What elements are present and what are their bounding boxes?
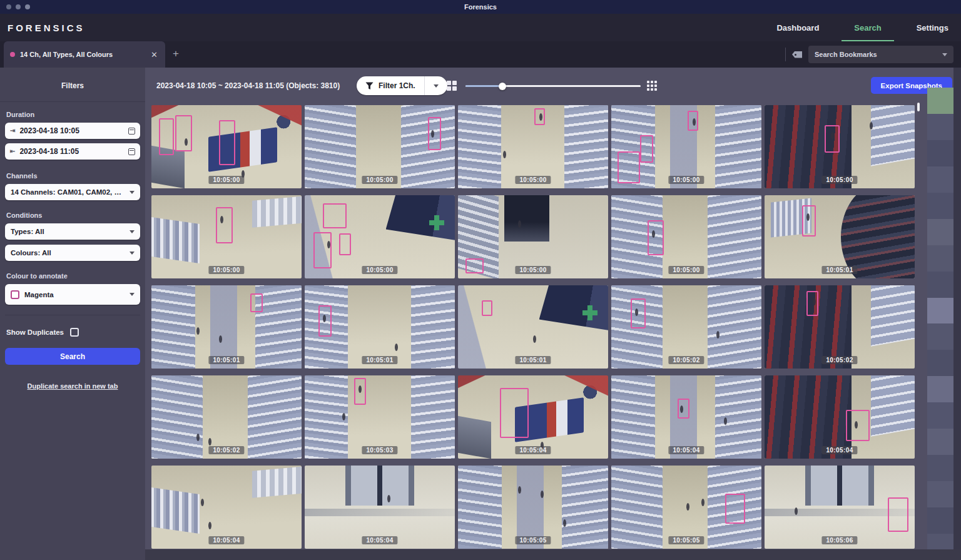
right-edge-panel — [953, 68, 961, 560]
grid-large-icon[interactable] — [647, 81, 657, 91]
timeline-segment[interactable] — [927, 507, 953, 534]
timeline-segment[interactable] — [927, 455, 953, 481]
nav-settings[interactable]: Settings — [913, 14, 952, 41]
snapshot-cell[interactable]: 10:05:04 — [765, 375, 915, 459]
detection-box — [219, 120, 235, 165]
snapshot-cell[interactable]: 10:05:01 — [458, 285, 608, 369]
timeline-segment[interactable] — [927, 298, 953, 324]
thumbnail-size-slider[interactable] — [465, 85, 641, 87]
chevron-down-icon — [130, 293, 135, 296]
nav-search[interactable]: Search — [850, 14, 885, 41]
snapshot-cell[interactable]: 10:05:02 — [765, 285, 915, 369]
timeline-density-strip[interactable] — [927, 88, 953, 560]
timeline-segment[interactable] — [927, 245, 953, 272]
results-toolbar: 2023-04-18 10:05 ~ 2023-04-18 11:05 (Obj… — [145, 68, 961, 104]
timeline-segment[interactable] — [927, 140, 953, 166]
snapshot-cell[interactable]: 10:05:05 — [611, 466, 761, 549]
channel-filter-label: Filter 1Ch. — [379, 81, 415, 90]
timeline-segment[interactable] — [927, 114, 953, 140]
detection-box — [802, 205, 816, 237]
colours-dropdown[interactable]: Colours: All — [5, 245, 140, 261]
snapshot-cell[interactable]: 10:05:04 — [458, 375, 608, 459]
calendar-icon[interactable] — [128, 128, 135, 135]
snapshot-cell[interactable]: 10:05:01 — [765, 195, 915, 278]
snapshot-cell[interactable]: 10:05:02 — [151, 375, 302, 459]
person-figure — [196, 327, 200, 335]
detection-box — [339, 233, 351, 255]
bookmark-tag-icon[interactable] — [792, 51, 802, 58]
snapshot-cell[interactable]: 10:05:04 — [305, 466, 455, 549]
timeline-segment[interactable] — [927, 481, 953, 507]
person-figure — [518, 220, 521, 228]
annotate-colour-label: Colour to annotate — [6, 272, 139, 280]
snapshot-cell[interactable]: 10:05:00 — [151, 195, 302, 278]
channels-value: 14 Channels: CAM01, CAM02, CA... — [11, 188, 125, 196]
grid-small-icon[interactable] — [447, 81, 457, 91]
main-nav: Dashboard Search Settings — [773, 14, 952, 41]
snapshot-cell[interactable]: 10:05:00 — [611, 195, 761, 278]
minimize-window-icon[interactable] — [16, 4, 21, 9]
snapshot-cell[interactable]: 10:05:00 — [305, 195, 455, 278]
timestamp-label: 10:05:00 — [515, 176, 551, 184]
timeline-segment[interactable] — [927, 166, 953, 193]
close-window-icon[interactable] — [6, 4, 11, 9]
snapshot-cell[interactable]: 10:05:00 — [611, 105, 761, 188]
conditions-label: Conditions — [6, 211, 139, 219]
timeline-segment[interactable] — [927, 429, 953, 455]
timeline-segment[interactable] — [927, 193, 953, 219]
snapshot-cell[interactable]: 10:05:04 — [151, 466, 302, 549]
timestamp-label: 10:05:02 — [668, 356, 704, 364]
window-controls[interactable] — [6, 4, 30, 9]
nav-dashboard[interactable]: Dashboard — [773, 14, 823, 41]
timeline-segment[interactable] — [927, 323, 953, 350]
snapshot-cell[interactable]: 10:05:05 — [458, 466, 608, 549]
maximize-window-icon[interactable] — [25, 4, 30, 9]
timestamp-label: 10:05:00 — [362, 266, 397, 274]
duplicate-search-link[interactable]: Duplicate search in new tab — [5, 382, 140, 390]
timeline-segment[interactable] — [927, 350, 953, 376]
annotate-colour-dropdown[interactable]: Magenta — [5, 284, 140, 305]
timestamp-label: 10:05:01 — [821, 266, 857, 274]
types-value: Types: All — [11, 228, 125, 235]
show-duplicates-checkbox[interactable] — [70, 328, 79, 337]
detection-box — [428, 117, 442, 150]
channel-filter-button[interactable]: Filter 1Ch. — [357, 76, 447, 95]
snapshot-cell[interactable]: 10:05:00 — [458, 195, 608, 278]
calendar-icon[interactable] — [128, 148, 135, 155]
search-bookmarks-dropdown[interactable]: Search Bookmarks — [808, 46, 953, 63]
channels-dropdown[interactable]: 14 Channels: CAM01, CAM02, CA... — [5, 184, 140, 200]
snapshot-cell[interactable]: 10:05:01 — [305, 285, 455, 369]
timeline-segment[interactable] — [927, 88, 953, 114]
snapshot-cell[interactable]: 10:05:00 — [765, 105, 915, 188]
detection-box — [888, 497, 909, 532]
scrollbar-thumb[interactable] — [917, 103, 920, 111]
search-button[interactable]: Search — [5, 348, 140, 365]
slider-thumb[interactable] — [499, 83, 506, 90]
person-figure — [208, 522, 211, 529]
filter-chevron-button[interactable] — [425, 76, 447, 95]
timeline-segment[interactable] — [927, 272, 953, 298]
close-tab-icon[interactable]: ✕ — [150, 50, 159, 59]
timeline-segment[interactable] — [927, 402, 953, 429]
timeline-segment[interactable] — [927, 376, 953, 402]
start-time-input[interactable]: ⇥ 2023-04-18 10:05 — [5, 123, 140, 139]
forensics-app: Forensics FORENSICS Dashboard Search Set… — [0, 0, 961, 560]
detection-box — [846, 410, 870, 442]
timestamp-label: 10:05:01 — [208, 356, 244, 364]
snapshot-cell[interactable]: 10:05:00 — [151, 105, 302, 188]
types-dropdown[interactable]: Types: All — [5, 223, 140, 240]
new-tab-icon[interactable]: + — [173, 48, 179, 60]
snapshot-cell[interactable]: 10:05:00 — [305, 105, 455, 188]
snapshot-cell[interactable]: 10:05:00 — [458, 105, 608, 188]
snapshot-cell[interactable]: 10:05:04 — [611, 375, 761, 459]
snapshot-cell[interactable]: 10:05:02 — [611, 285, 761, 369]
end-time-input[interactable]: ⇤ 2023-04-18 11:05 — [5, 143, 140, 160]
search-tab[interactable]: 14 Ch, All Types, All Colours ✕ — [4, 41, 165, 68]
snapshot-cell[interactable]: 10:05:06 — [765, 466, 915, 549]
timeline-segment[interactable] — [927, 219, 953, 245]
detection-box — [806, 291, 818, 316]
person-figure — [533, 335, 536, 343]
timestamp-label: 10:05:00 — [821, 176, 857, 184]
snapshot-cell[interactable]: 10:05:03 — [305, 375, 455, 459]
snapshot-cell[interactable]: 10:05:01 — [151, 285, 302, 369]
